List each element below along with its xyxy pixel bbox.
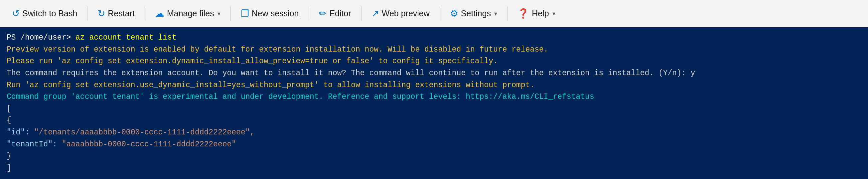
settings-label: Settings <box>461 9 491 18</box>
prompt-command: az account tenant list <box>75 33 177 42</box>
json-tenantid-line: "tenantId": "aaaabbbb-0000-cccc-1111-ddd… <box>7 139 861 151</box>
json-id-key: "id": <box>7 128 30 137</box>
terminal[interactable]: PS /home/user> az account tenant list Pr… <box>0 27 868 179</box>
web-preview-label: Web preview <box>382 9 430 18</box>
divider-7 <box>507 6 507 21</box>
json-id-value: "/tenants/aaaabbbb-0000-cccc-1111-dddd22… <box>30 128 254 137</box>
output-line-3: The command requires the extension accou… <box>7 67 861 80</box>
json-close-brace: } <box>7 150 861 162</box>
json-id-line: "id": "/tenants/aaaabbbb-0000-cccc-1111-… <box>7 127 861 139</box>
editor-button[interactable]: ✏ Editor <box>313 5 357 22</box>
restart-label: Restart <box>108 9 135 18</box>
help-button[interactable]: ❓ Help ▾ <box>512 5 561 22</box>
settings-chevron: ▾ <box>494 10 497 17</box>
divider-3 <box>230 6 231 21</box>
help-icon: ❓ <box>518 8 529 19</box>
manage-files-label: Manage files <box>167 9 214 18</box>
manage-files-icon: ☁ <box>155 8 164 19</box>
settings-icon: ⚙ <box>450 8 458 19</box>
divider-2 <box>145 6 145 21</box>
new-session-label: New session <box>252 9 299 18</box>
output-line-4: Run 'az config set extension.use_dynamic… <box>7 80 861 91</box>
prompt-path: PS /home/user> <box>7 33 71 42</box>
divider-6 <box>440 6 440 21</box>
new-session-icon: ❐ <box>241 8 249 19</box>
editor-icon: ✏ <box>319 8 327 19</box>
editor-label: Editor <box>329 9 351 18</box>
web-preview-button[interactable]: ↗ Web preview <box>366 5 436 22</box>
web-preview-icon: ↗ <box>371 8 379 19</box>
divider-1 <box>87 6 88 21</box>
help-chevron: ▾ <box>552 10 555 17</box>
switch-bash-icon: ↺ <box>12 8 20 19</box>
json-open-brace: { <box>7 115 861 127</box>
json-close-bracket: ] <box>7 162 861 174</box>
json-open-bracket: [ <box>7 103 861 115</box>
divider-4 <box>309 6 309 21</box>
json-tenantid-value: "aaaabbbb-0000-cccc-1111-dddd2222eeee" <box>57 140 236 149</box>
switch-to-bash-button[interactable]: ↺ Switch to Bash <box>6 5 83 22</box>
toolbar: ↺ Switch to Bash ↻ Restart ☁ Manage file… <box>0 0 868 27</box>
manage-files-chevron: ▾ <box>217 10 220 17</box>
settings-button[interactable]: ⚙ Settings ▾ <box>444 5 503 22</box>
help-label: Help <box>532 9 549 18</box>
output-line-1: Preview version of extension is enabled … <box>7 44 861 56</box>
prompt-line: PS /home/user> az account tenant list <box>7 32 861 44</box>
manage-files-button[interactable]: ☁ Manage files ▾ <box>149 5 226 22</box>
json-tenantid-key: "tenantId": <box>7 140 57 149</box>
restart-icon: ↻ <box>97 8 105 19</box>
new-session-button[interactable]: ❐ New session <box>235 5 305 22</box>
restart-button[interactable]: ↻ Restart <box>91 5 141 22</box>
divider-5 <box>361 6 362 21</box>
output-line-5: Command group 'account tenant' is experi… <box>7 91 861 103</box>
switch-bash-label: Switch to Bash <box>22 9 77 18</box>
output-line-2: Please run 'az config set extension.dyna… <box>7 56 861 67</box>
